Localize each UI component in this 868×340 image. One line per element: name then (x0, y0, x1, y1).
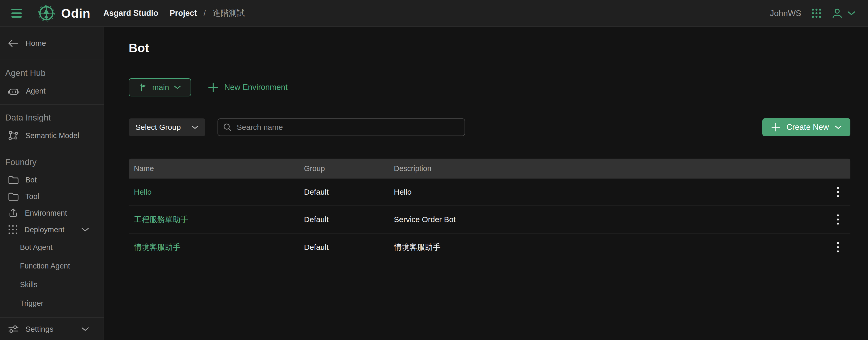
sidebar: Home Agent Hub Agent Data Insight (0, 27, 104, 340)
section-title: Agent Hub (0, 68, 103, 78)
sidebar-subitem-skills[interactable]: Skills (0, 275, 103, 294)
bot-name-link[interactable]: Hello (129, 188, 304, 196)
top-navbar: Odin Asgard Studio Project / 進階測試 JohnWS (0, 0, 868, 27)
folder-icon (8, 192, 19, 201)
sidebar-item-label: Deployment (24, 225, 64, 234)
search-icon (223, 122, 232, 132)
row-menu-kebab-icon[interactable] (831, 185, 845, 199)
sliders-icon (8, 324, 19, 334)
bot-name-link[interactable]: 工程服務單助手 (129, 214, 304, 225)
brand-name[interactable]: Odin (61, 6, 90, 21)
sidebar-settings-label: Settings (25, 325, 53, 334)
breadcrumb-project-value[interactable]: 進階測試 (213, 8, 245, 19)
sidebar-item-label: Semantic Model (25, 132, 79, 140)
bot-table: Name Group Description Hello Default Hel… (129, 159, 850, 261)
sidebar-item-semantic-model[interactable]: Semantic Model (0, 127, 103, 144)
table-row: 工程服務單助手 Default Service Order Bot (129, 206, 850, 233)
breadcrumb-project[interactable]: Project (169, 8, 197, 18)
table-row: Hello Default Hello (129, 178, 850, 206)
bot-description: Hello (394, 188, 826, 196)
sidebar-item-label: Environment (25, 209, 67, 218)
search-box (218, 118, 465, 136)
sidebar-item-deployment[interactable]: Deployment (0, 221, 103, 238)
create-new-label: Create New (786, 122, 829, 132)
sidebar-section-agent-hub: Agent Hub Agent (0, 60, 103, 105)
sidebar-home-label: Home (25, 39, 46, 48)
sidebar-item-home[interactable]: Home (0, 27, 103, 60)
group-filter-select[interactable]: Select Group (129, 118, 205, 136)
sidebar-subitem-trigger[interactable]: Trigger (0, 294, 103, 313)
page-title: Bot (129, 40, 850, 55)
bot-name-link[interactable]: 情境客服助手 (129, 242, 304, 253)
bot-group: Default (304, 215, 394, 224)
sidebar-subitem-function-agent[interactable]: Function Agent (0, 257, 103, 275)
chevron-down-icon[interactable] (847, 11, 856, 16)
arrow-left-icon (8, 39, 19, 48)
branch-selector[interactable]: main (129, 78, 191, 96)
user-name[interactable]: JohnWS (770, 8, 801, 18)
chevron-down-icon (81, 327, 89, 332)
apps-grid-icon[interactable] (811, 8, 822, 18)
plus-icon (771, 122, 781, 132)
sidebar-item-tool[interactable]: Tool (0, 188, 103, 205)
controls-row: Select Group Create New (129, 118, 850, 136)
compass-logo-icon[interactable] (38, 5, 55, 22)
table-row: 情境客服助手 Default 情境客服助手 (129, 233, 850, 261)
create-new-button[interactable]: Create New (762, 118, 850, 136)
column-header-name: Name (129, 164, 304, 173)
chevron-down-icon (174, 85, 181, 90)
navbar-left: Odin Asgard Studio Project / 進階測試 (11, 5, 245, 22)
branch-value: main (152, 83, 169, 92)
graph-icon (8, 130, 19, 141)
sidebar-item-bot[interactable]: Bot (0, 172, 103, 188)
sidebar-section-data-insight: Data Insight Semantic Model (0, 105, 103, 149)
upload-icon (8, 207, 19, 219)
grid-dots-icon (8, 224, 18, 235)
column-header-description: Description (394, 164, 826, 173)
column-header-group: Group (304, 164, 394, 173)
row-menu-kebab-icon[interactable] (831, 240, 845, 254)
navbar-right: JohnWS (770, 8, 856, 19)
plus-icon (207, 81, 219, 93)
chevron-down-icon (835, 125, 842, 130)
breadcrumb-separator: / (204, 8, 206, 18)
sidebar-section-foundry: Foundry Bot Tool (0, 149, 103, 318)
sidebar-item-label: Bot (25, 176, 37, 184)
new-environment-label: New Environment (224, 83, 288, 92)
sidebar-subitem-bot-agent[interactable]: Bot Agent (0, 238, 103, 257)
git-branch-icon (139, 82, 148, 92)
sidebar-item-settings[interactable]: Settings (0, 318, 103, 340)
user-icon[interactable] (832, 8, 843, 19)
bot-description: Service Order Bot (394, 215, 826, 224)
sidebar-item-environment[interactable]: Environment (0, 205, 103, 221)
bot-group: Default (304, 243, 394, 252)
sidebar-item-agent[interactable]: Agent (0, 82, 103, 100)
app-name[interactable]: Asgard Studio (103, 8, 158, 18)
sidebar-item-label: Tool (25, 192, 39, 201)
section-title: Foundry (0, 157, 103, 167)
bot-description: 情境客服助手 (394, 242, 826, 253)
folder-icon (8, 175, 19, 185)
group-filter-label: Select Group (135, 123, 186, 132)
bot-group: Default (304, 188, 394, 196)
section-title: Data Insight (0, 112, 103, 123)
table-header-row: Name Group Description (129, 159, 850, 178)
search-input[interactable] (236, 122, 460, 132)
row-menu-kebab-icon[interactable] (831, 212, 845, 227)
sidebar-item-label: Agent (26, 87, 45, 95)
branch-row: main New Environment (129, 78, 850, 96)
chevron-down-icon (191, 125, 198, 130)
main-content: Bot main (104, 27, 868, 340)
chevron-down-icon (81, 227, 89, 232)
menu-icon[interactable] (11, 9, 22, 18)
new-environment-button[interactable]: New Environment (207, 81, 288, 93)
robot-icon (8, 86, 20, 96)
